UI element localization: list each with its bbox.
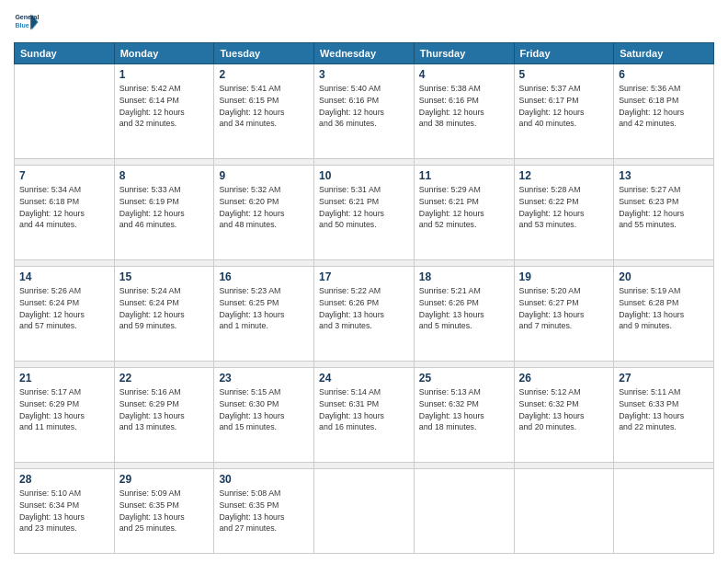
calendar-cell: [514, 469, 614, 554]
day-info: Sunrise: 5:14 AM Sunset: 6:31 PM Dayligh…: [319, 386, 409, 433]
header: General Blue: [14, 9, 714, 35]
day-number: 21: [19, 372, 109, 385]
day-info: Sunrise: 5:41 AM Sunset: 6:15 PM Dayligh…: [219, 83, 309, 130]
day-info: Sunrise: 5:32 AM Sunset: 6:20 PM Dayligh…: [219, 184, 309, 231]
week-divider: [15, 259, 714, 266]
day-number: 3: [319, 68, 409, 81]
day-number: 28: [19, 473, 109, 486]
calendar-cell: 30Sunrise: 5:08 AM Sunset: 6:35 PM Dayli…: [214, 469, 314, 554]
week-divider: [15, 462, 714, 468]
week-divider: [15, 361, 714, 367]
day-header-monday: Monday: [114, 43, 214, 64]
day-info: Sunrise: 5:13 AM Sunset: 6:32 PM Dayligh…: [419, 386, 509, 433]
day-info: Sunrise: 5:21 AM Sunset: 6:26 PM Dayligh…: [419, 285, 509, 332]
day-number: 19: [519, 270, 609, 283]
day-info: Sunrise: 5:38 AM Sunset: 6:16 PM Dayligh…: [419, 83, 509, 130]
svg-text:Blue: Blue: [15, 22, 28, 29]
calendar-cell: 8Sunrise: 5:33 AM Sunset: 6:19 PM Daylig…: [114, 166, 214, 260]
calendar-cell: 29Sunrise: 5:09 AM Sunset: 6:35 PM Dayli…: [114, 469, 214, 554]
day-number: 11: [419, 169, 509, 182]
day-info: Sunrise: 5:28 AM Sunset: 6:22 PM Dayligh…: [519, 184, 609, 231]
day-info: Sunrise: 5:40 AM Sunset: 6:16 PM Dayligh…: [319, 83, 409, 130]
day-info: Sunrise: 5:20 AM Sunset: 6:27 PM Dayligh…: [519, 285, 609, 332]
day-info: Sunrise: 5:36 AM Sunset: 6:18 PM Dayligh…: [619, 83, 709, 130]
day-number: 24: [319, 372, 409, 385]
page: General Blue SundayMondayTuesdayWednesda…: [0, 0, 728, 563]
day-info: Sunrise: 5:31 AM Sunset: 6:21 PM Dayligh…: [319, 184, 409, 231]
day-header-sunday: Sunday: [15, 43, 115, 64]
day-header-friday: Friday: [514, 43, 614, 64]
week-divider: [15, 158, 714, 165]
day-info: Sunrise: 5:09 AM Sunset: 6:35 PM Dayligh…: [119, 488, 210, 534]
calendar-cell: 21Sunrise: 5:17 AM Sunset: 6:29 PM Dayli…: [15, 368, 115, 463]
day-info: Sunrise: 5:15 AM Sunset: 6:30 PM Dayligh…: [219, 386, 309, 433]
calendar-cell: [614, 469, 714, 554]
calendar-cell: 7Sunrise: 5:34 AM Sunset: 6:18 PM Daylig…: [15, 166, 115, 260]
day-number: 1: [119, 68, 210, 81]
day-info: Sunrise: 5:16 AM Sunset: 6:29 PM Dayligh…: [119, 386, 210, 433]
day-info: Sunrise: 5:10 AM Sunset: 6:34 PM Dayligh…: [19, 488, 109, 534]
calendar-cell: 5Sunrise: 5:37 AM Sunset: 6:17 PM Daylig…: [514, 64, 614, 159]
calendar-cell: [314, 469, 415, 554]
day-header-wednesday: Wednesday: [314, 43, 415, 64]
day-number: 17: [319, 270, 409, 283]
day-info: Sunrise: 5:11 AM Sunset: 6:33 PM Dayligh…: [619, 386, 709, 433]
calendar-cell: 22Sunrise: 5:16 AM Sunset: 6:29 PM Dayli…: [114, 368, 214, 463]
day-number: 30: [219, 473, 309, 486]
day-number: 23: [219, 372, 309, 385]
day-info: Sunrise: 5:37 AM Sunset: 6:17 PM Dayligh…: [519, 83, 609, 130]
calendar-cell: 17Sunrise: 5:22 AM Sunset: 6:26 PM Dayli…: [314, 267, 415, 362]
calendar-cell: [15, 64, 115, 159]
calendar-cell: 20Sunrise: 5:19 AM Sunset: 6:28 PM Dayli…: [614, 267, 714, 362]
day-info: Sunrise: 5:12 AM Sunset: 6:32 PM Dayligh…: [519, 386, 609, 433]
calendar-cell: 25Sunrise: 5:13 AM Sunset: 6:32 PM Dayli…: [414, 368, 514, 463]
day-number: 18: [419, 270, 509, 283]
calendar-cell: 14Sunrise: 5:26 AM Sunset: 6:24 PM Dayli…: [15, 267, 115, 362]
calendar-table: SundayMondayTuesdayWednesdayThursdayFrid…: [14, 42, 714, 554]
calendar-cell: 28Sunrise: 5:10 AM Sunset: 6:34 PM Dayli…: [15, 469, 115, 554]
day-info: Sunrise: 5:34 AM Sunset: 6:18 PM Dayligh…: [19, 184, 109, 231]
day-number: 8: [119, 169, 210, 182]
calendar-cell: 26Sunrise: 5:12 AM Sunset: 6:32 PM Dayli…: [514, 368, 614, 463]
day-header-saturday: Saturday: [614, 43, 714, 64]
day-number: 6: [619, 68, 709, 81]
day-number: 12: [519, 169, 609, 182]
calendar-cell: 2Sunrise: 5:41 AM Sunset: 6:15 PM Daylig…: [214, 64, 314, 159]
calendar-cell: 12Sunrise: 5:28 AM Sunset: 6:22 PM Dayli…: [514, 166, 614, 260]
logo-icon: General Blue: [14, 9, 40, 35]
day-info: Sunrise: 5:29 AM Sunset: 6:21 PM Dayligh…: [419, 184, 509, 231]
day-number: 10: [319, 169, 409, 182]
calendar-cell: 23Sunrise: 5:15 AM Sunset: 6:30 PM Dayli…: [214, 368, 314, 463]
day-number: 20: [619, 270, 709, 283]
calendar-cell: 16Sunrise: 5:23 AM Sunset: 6:25 PM Dayli…: [214, 267, 314, 362]
calendar-cell: 6Sunrise: 5:36 AM Sunset: 6:18 PM Daylig…: [614, 64, 714, 159]
calendar-week-3: 14Sunrise: 5:26 AM Sunset: 6:24 PM Dayli…: [15, 267, 714, 362]
day-info: Sunrise: 5:23 AM Sunset: 6:25 PM Dayligh…: [219, 285, 309, 332]
calendar-cell: 10Sunrise: 5:31 AM Sunset: 6:21 PM Dayli…: [314, 166, 415, 260]
calendar-cell: 3Sunrise: 5:40 AM Sunset: 6:16 PM Daylig…: [314, 64, 415, 159]
day-number: 27: [619, 372, 709, 385]
calendar-week-4: 21Sunrise: 5:17 AM Sunset: 6:29 PM Dayli…: [15, 368, 714, 463]
calendar-cell: 15Sunrise: 5:24 AM Sunset: 6:24 PM Dayli…: [114, 267, 214, 362]
calendar-cell: 27Sunrise: 5:11 AM Sunset: 6:33 PM Dayli…: [614, 368, 714, 463]
svg-text:General: General: [15, 14, 39, 20]
calendar-cell: 24Sunrise: 5:14 AM Sunset: 6:31 PM Dayli…: [314, 368, 415, 463]
day-number: 29: [119, 473, 210, 486]
day-number: 16: [219, 270, 309, 283]
day-info: Sunrise: 5:33 AM Sunset: 6:19 PM Dayligh…: [119, 184, 210, 231]
day-number: 26: [519, 372, 609, 385]
day-number: 4: [419, 68, 509, 81]
day-number: 5: [519, 68, 609, 81]
calendar-cell: 11Sunrise: 5:29 AM Sunset: 6:21 PM Dayli…: [414, 166, 514, 260]
calendar-cell: 13Sunrise: 5:27 AM Sunset: 6:23 PM Dayli…: [614, 166, 714, 260]
day-number: 9: [219, 169, 309, 182]
calendar-cell: 18Sunrise: 5:21 AM Sunset: 6:26 PM Dayli…: [414, 267, 514, 362]
day-info: Sunrise: 5:17 AM Sunset: 6:29 PM Dayligh…: [19, 386, 109, 433]
day-number: 15: [119, 270, 210, 283]
calendar-week-1: 1Sunrise: 5:42 AM Sunset: 6:14 PM Daylig…: [15, 64, 714, 159]
day-header-thursday: Thursday: [414, 43, 514, 64]
calendar-week-2: 7Sunrise: 5:34 AM Sunset: 6:18 PM Daylig…: [15, 166, 714, 260]
calendar-week-5: 28Sunrise: 5:10 AM Sunset: 6:34 PM Dayli…: [15, 469, 714, 554]
day-number: 13: [619, 169, 709, 182]
day-number: 14: [19, 270, 109, 283]
